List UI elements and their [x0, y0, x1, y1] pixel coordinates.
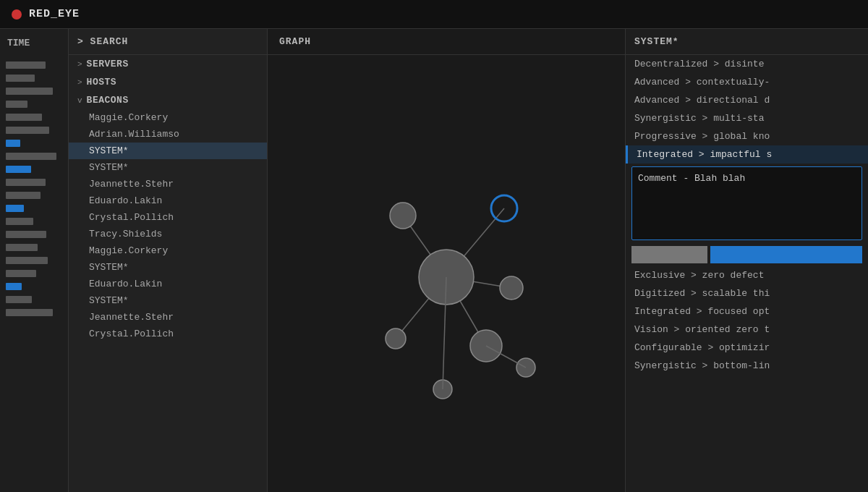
tree-child-item[interactable]: SYSTEM*	[69, 292, 267, 309]
search-panel: > SEARCH >SERVERS>HOSTSvBEACONSMaggie.Co…	[69, 29, 268, 492]
comment-cancel-button[interactable]	[631, 246, 707, 263]
system-list-item[interactable]: Integrated > focused opt	[626, 302, 868, 321]
tree-arrow: v	[77, 96, 82, 105]
tree-arrow: >	[77, 78, 82, 87]
red-dot-icon	[12, 9, 22, 20]
system-list-item[interactable]: Vision > oriented zero t	[626, 321, 868, 339]
app-title: RED_EYE	[29, 8, 80, 20]
time-panel-header: TIME	[3, 35, 65, 51]
time-bar-row	[3, 124, 65, 137]
node-3[interactable]	[500, 276, 523, 300]
time-bar-row	[3, 163, 65, 176]
time-bar-row	[3, 228, 65, 241]
time-bar	[6, 244, 38, 251]
title-bar: RED_EYE	[0, 0, 868, 29]
time-bar-row	[3, 59, 65, 72]
time-bar	[6, 88, 53, 95]
tree-parent-item[interactable]: vBEACONS	[69, 91, 267, 109]
time-bar	[6, 127, 49, 134]
tree-child-item[interactable]: Jeannette.Stehr	[69, 309, 267, 326]
time-bar-row	[3, 85, 65, 98]
time-bar-row	[3, 176, 65, 189]
graph-svg	[331, 143, 562, 404]
system-list-item[interactable]: Synergistic > multi-sta	[626, 109, 868, 127]
system-list-item[interactable]: Advanced > directional d	[626, 91, 868, 109]
time-bar	[6, 62, 46, 69]
tree-child-item[interactable]: Eduardo.Lakin	[69, 192, 267, 209]
comment-box	[631, 166, 862, 240]
node-1[interactable]	[390, 203, 416, 229]
time-panel: TIME	[0, 29, 69, 492]
time-bar	[6, 205, 24, 212]
time-bar	[6, 153, 56, 160]
comment-save-button[interactable]	[710, 246, 862, 263]
graph-canvas	[268, 55, 625, 492]
time-bar	[6, 192, 41, 199]
time-bar	[6, 296, 32, 303]
graph-panel-header: GRAPH	[268, 29, 625, 55]
tree-parent-item[interactable]: >SERVERS	[69, 55, 267, 73]
system-list-item[interactable]: Configurable > optimizir	[626, 339, 868, 357]
tree-child-item[interactable]: Maggie.Corkery	[69, 242, 267, 259]
tree-item-label: HOSTS	[87, 77, 117, 88]
time-bar-row	[3, 267, 65, 280]
system-panel-header: SYSTEM*	[626, 29, 868, 55]
time-bar-row	[3, 306, 65, 319]
tree-child-item[interactable]: SYSTEM*	[69, 143, 267, 159]
time-bar-row	[3, 215, 65, 228]
graph-panel: GRAPH	[268, 29, 626, 492]
system-list-item[interactable]: Progressive > global kno	[626, 127, 868, 145]
tree-child-item[interactable]: Jeannette.Stehr	[69, 176, 267, 192]
time-bar	[6, 140, 20, 147]
tree-child-item[interactable]: SYSTEM*	[69, 259, 267, 276]
time-bar-row	[3, 202, 65, 215]
time-bar-row	[3, 189, 65, 202]
tree-container: >SERVERS>HOSTSvBEACONSMaggie.CorkeryAdri…	[69, 55, 267, 342]
system-panel: SYSTEM* Decentralized > disinteAdvanced …	[626, 29, 868, 492]
time-bar	[6, 257, 48, 264]
time-bar	[6, 309, 53, 316]
tree-arrow: >	[77, 60, 82, 69]
tree-item-label: SERVERS	[87, 59, 129, 69]
tree-child-item[interactable]: Crystal.Pollich	[69, 326, 267, 342]
system-list-item[interactable]: Exclusive > zero defect	[626, 266, 868, 284]
system-list-item[interactable]: Decentralized > disinte	[626, 55, 868, 73]
time-bar	[6, 218, 33, 225]
node-5[interactable]	[386, 328, 406, 349]
time-bar-row	[3, 111, 65, 124]
time-bar-row	[3, 280, 65, 293]
time-bar	[6, 231, 46, 238]
search-panel-header: > SEARCH	[69, 29, 267, 55]
time-bar-row	[3, 72, 65, 85]
tree-child-item[interactable]: SYSTEM*	[69, 159, 267, 176]
system-list-item[interactable]: Digitized > scalable thi	[626, 284, 868, 302]
system-list-item[interactable]: Integrated > impactful s	[626, 145, 868, 164]
time-bar	[6, 270, 36, 277]
tree-item-label: BEACONS	[87, 95, 129, 106]
tree-child-item[interactable]: Tracy.Shields	[69, 226, 267, 242]
tree-child-item[interactable]: Adrian.Williamso	[69, 126, 267, 143]
comment-textarea[interactable]	[638, 173, 856, 231]
tree-child-item[interactable]: Maggie.Corkery	[69, 109, 267, 126]
main-content: TIME > SEARCH >SERVERS>HOSTSvBEACONSMagg…	[0, 29, 868, 492]
time-bar	[6, 283, 22, 290]
system-list: Decentralized > disinteAdvanced > contex…	[626, 55, 868, 492]
time-bars	[3, 59, 65, 319]
time-bar-row	[3, 241, 65, 254]
tree-child-item[interactable]: Crystal.Pollich	[69, 209, 267, 226]
time-bar-row	[3, 98, 65, 111]
system-list-item[interactable]: Advanced > contextually-	[626, 73, 868, 91]
system-list-item[interactable]: Synergistic > bottom-lin	[626, 357, 868, 375]
comment-button-row	[626, 243, 868, 266]
time-bar	[6, 179, 46, 186]
time-bar	[6, 101, 27, 108]
time-bar-row	[3, 254, 65, 267]
tree-parent-item[interactable]: >HOSTS	[69, 73, 267, 91]
time-bar	[6, 75, 35, 82]
time-bar-row	[3, 293, 65, 306]
time-bar	[6, 166, 31, 173]
time-bar	[6, 114, 42, 121]
time-bar-row	[3, 150, 65, 163]
tree-child-item[interactable]: Eduardo.Lakin	[69, 276, 267, 292]
time-bar-row	[3, 137, 65, 150]
